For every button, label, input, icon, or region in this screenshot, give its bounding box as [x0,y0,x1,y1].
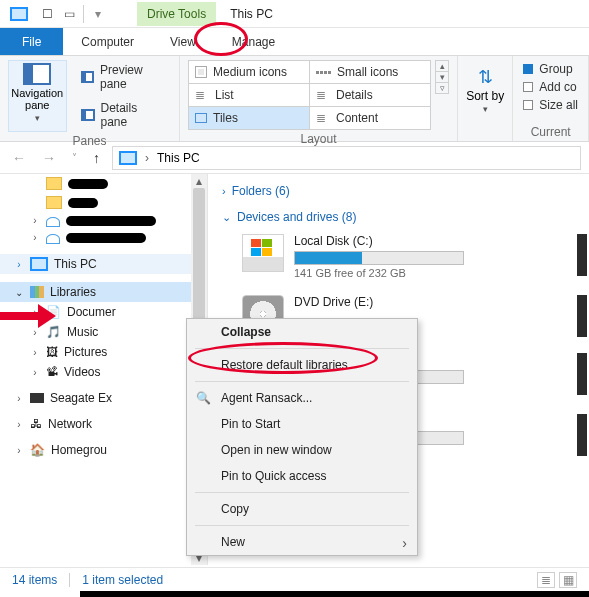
search-icon: 🔍 [195,391,211,405]
tree-this-pc[interactable]: ›This PC [0,254,207,274]
add-columns-button[interactable]: Add co [521,78,580,96]
tab-computer[interactable]: Computer [63,28,152,55]
chevron-down-icon[interactable]: ⌄ [14,287,24,298]
gallery-down-icon[interactable]: ▾ [436,72,448,83]
tree-pictures[interactable]: ›Pictures [0,342,207,362]
layout-small-label: Small icons [337,65,398,79]
tree-documents[interactable]: ›Documer [0,302,207,322]
tree-network[interactable]: ›Network [0,414,207,434]
devices-group-header[interactable]: ⌄ Devices and drives (8) [222,206,589,228]
tree-quick-access-item[interactable] [0,193,207,212]
nav-back-button[interactable]: ← [8,148,30,168]
drive-tower-icon [577,234,587,276]
size-columns-label: Size all [539,98,578,112]
chevron-right-icon[interactable]: › [30,367,40,378]
menu-separator [195,492,409,493]
folders-group-header[interactable]: › Folders (6) [222,180,589,202]
layout-content[interactable]: Content [310,107,430,129]
nav-forward-button[interactable]: → [38,148,60,168]
chevron-right-icon[interactable]: › [145,151,149,165]
nav-up-button[interactable]: ↑ [89,148,104,168]
tab-file[interactable]: File [0,28,63,55]
chevron-right-icon[interactable]: › [30,347,40,358]
tree-seagate-drive[interactable]: ›Seagate Ex [0,388,207,408]
gallery-up-icon[interactable]: ▴ [436,61,448,72]
sort-by-button[interactable]: ⇅ Sort by ▾ [466,60,504,114]
menu-new[interactable]: New› [187,529,417,555]
tree-onedrive-item[interactable]: › [0,229,207,246]
onedrive-icon [46,234,60,244]
size-all-columns-button[interactable]: Size all [521,96,580,114]
preview-pane-label: Preview pane [100,63,167,91]
navigation-tree[interactable]: › › ›This PC ⌄Libraries ›Documer ›Music … [0,174,208,565]
view-details-button[interactable]: ≣ [537,572,555,588]
cropped-edge [80,591,589,597]
gallery-more-icon[interactable]: ▿ [436,83,448,93]
layout-small-icons[interactable]: Small icons [310,61,430,83]
system-icon[interactable] [10,7,28,21]
layout-tiles[interactable]: Tiles [189,107,309,129]
add-columns-label: Add co [539,80,576,94]
menu-new-label: New [221,535,245,549]
menu-pin-quick-access[interactable]: Pin to Quick access [187,463,417,489]
devices-group-label: Devices and drives (8) [237,210,356,224]
layout-list[interactable]: List [189,84,309,106]
group-by-icon [523,64,533,74]
menu-pin-to-start[interactable]: Pin to Start [187,411,417,437]
details-pane-label: Details pane [101,101,168,129]
qat-properties-icon[interactable]: ☐ [36,3,58,25]
chevron-right-icon[interactable]: › [14,259,24,270]
qat-new-folder-icon[interactable]: ▭ [58,3,80,25]
tree-quick-access-item[interactable] [0,174,207,193]
external-drive-icon [30,393,44,403]
network-icon [30,417,42,431]
context-menu: Collapse Restore default libraries 🔍Agen… [186,318,418,556]
this-pc-icon [30,257,48,271]
tab-view[interactable]: View [152,28,214,55]
layout-gallery[interactable]: Medium icons Small icons List Details Ti… [188,60,431,130]
preview-pane-icon [81,71,94,83]
menu-open-new-window[interactable]: Open in new window [187,437,417,463]
layout-details[interactable]: Details [310,84,430,106]
group-by-button[interactable]: Group [521,60,580,78]
homegroup-icon [30,443,45,457]
tab-manage[interactable]: Manage [214,28,293,55]
medium-icons-icon [195,66,207,78]
redacted-text [68,179,108,189]
view-large-icons-button[interactable]: ▦ [559,572,577,588]
qat-separator [83,5,84,23]
dropdown-icon: ▾ [35,113,40,123]
breadcrumb-this-pc[interactable]: This PC [157,151,200,165]
chevron-right-icon[interactable]: › [30,215,40,226]
navigation-pane-button[interactable]: Navigation pane ▾ [8,60,67,132]
tree-libraries[interactable]: ⌄Libraries [0,282,207,302]
nav-recent-button[interactable]: ˅ [68,150,81,165]
menu-collapse[interactable]: Collapse [187,319,417,345]
videos-icon [46,365,58,379]
chevron-right-icon[interactable]: › [14,393,24,404]
menu-copy[interactable]: Copy [187,496,417,522]
tree-seagate-label: Seagate Ex [50,391,112,405]
menu-agent-ransack[interactable]: 🔍Agent Ransack... [187,385,417,411]
menu-restore-default-libraries[interactable]: Restore default libraries [187,352,417,378]
status-item-count: 14 items [12,573,57,587]
chevron-right-icon[interactable]: › [30,232,40,243]
qat-customize-icon[interactable]: ▾ [87,3,109,25]
chevron-right-icon[interactable]: › [30,307,40,318]
tree-music[interactable]: ›Music [0,322,207,342]
tree-videos[interactable]: ›Videos [0,362,207,382]
chevron-right-icon[interactable]: › [14,445,24,456]
tree-homegroup[interactable]: ›Homegrou [0,440,207,460]
chevron-right-icon[interactable]: › [14,419,24,430]
chevron-right-icon[interactable]: › [30,327,40,338]
menu-separator [195,525,409,526]
details-pane-button[interactable]: Details pane [77,98,171,132]
layout-medium-icons[interactable]: Medium icons [189,61,309,83]
drive-name: DVD Drive (E:) [294,295,567,309]
preview-pane-button[interactable]: Preview pane [77,60,171,94]
tree-onedrive-item[interactable]: › [0,212,207,229]
scroll-thumb[interactable] [193,188,205,338]
address-bar[interactable]: › This PC [112,146,581,170]
drive-item[interactable]: Local Disk (C:)141 GB free of 232 GB [222,228,589,289]
scroll-up-icon[interactable]: ▴ [191,174,207,188]
